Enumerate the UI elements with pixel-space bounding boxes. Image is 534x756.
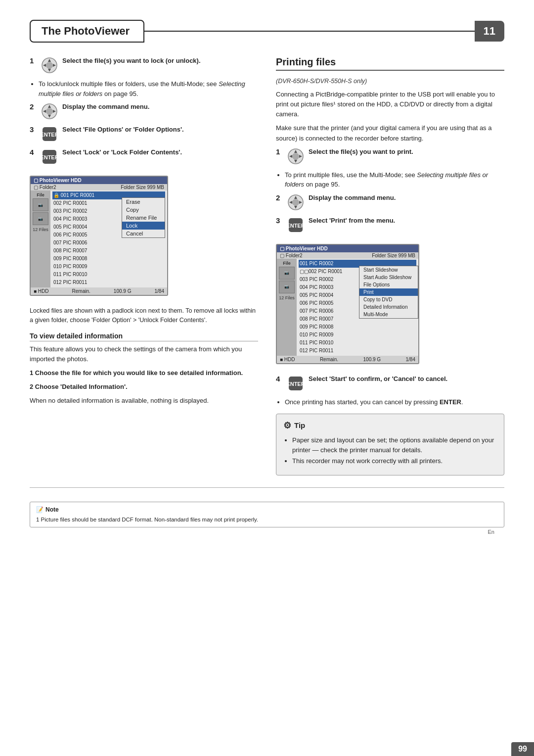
menu-copy: Copy <box>122 206 165 214</box>
to-view-step2-body: When no detailed information is availabl… <box>30 396 258 406</box>
chapter-header: The PhotoViewer 11 <box>30 20 504 43</box>
tip-bullets: Paper size and layout can be set; the op… <box>292 435 497 466</box>
right-step-1-number: 1 <box>276 147 283 156</box>
svg-point-17 <box>292 153 299 160</box>
right-step-4-bullets: Once printing has started, you can cance… <box>285 397 504 407</box>
screen1-filetype: File <box>37 192 44 197</box>
note-box: 📝 Note 1 Picture files should be standar… <box>30 502 504 527</box>
menu-cancel: Cancel <box>122 230 165 237</box>
screen1-file-010: 010 PIC R0009 <box>52 263 165 271</box>
screen2-body-wrapper: File 📷 📷 12 Files 001 PIC R0002 ▢▢002 PI… <box>277 259 418 363</box>
left-step-4: 4 ENTER Select 'Lock' or 'Lock Folder Co… <box>30 148 258 166</box>
screen2-thumb1: 📷 <box>279 267 295 280</box>
svg-point-7 <box>46 108 53 115</box>
screen2-thumb2: 📷 <box>279 281 295 293</box>
right-enter-icon-4: ENTER <box>287 375 305 392</box>
page-number: 99 <box>511 742 534 756</box>
note-box-text: 1 Picture files should be standard DCF f… <box>36 517 258 522</box>
menu2-fileopts: File Options <box>359 281 418 288</box>
left-step-3: 3 ENTER Select 'File Options' or 'Folder… <box>30 125 258 143</box>
screen2-bottom-bar: ■ HDD Remain. 100.9 G 1/84 <box>277 356 418 363</box>
svg-point-1 <box>46 62 53 69</box>
screen1-hdd: ■ HDD <box>34 288 48 294</box>
chapter-header-line <box>144 31 475 32</box>
screen1-body-wrapper: File 📷 📷 12 Files 🔒 001 PIC R0001 002 PI… <box>31 190 167 295</box>
to-view-step2: 2 Choose 'Detailed Information'. <box>30 382 258 392</box>
tip-box: ⚙ Tip Paper size and layout can be set; … <box>276 414 504 475</box>
right-step-4-bullet: Once printing has started, you can cance… <box>285 397 504 407</box>
screen1-file-008: 008 PIC R0007 <box>52 247 165 255</box>
locked-note: Locked files are shown with a padlock ic… <box>30 306 258 325</box>
screen1-folder-bar: ▢ Folder2 Folder Size 999 MB <box>31 184 167 190</box>
left-step-1: 1 Select the file(s) you want to lock (o… <box>30 56 258 74</box>
svg-text:ENTER: ENTER <box>41 154 58 160</box>
screen1-folder-size: Folder Size 999 MB <box>121 185 164 190</box>
tip-icon: ⚙ <box>283 419 291 432</box>
right-nav-icon-2 <box>287 193 305 211</box>
screen2-folder-size: Folder Size 999 MB <box>372 253 415 258</box>
right-nav-icon-1 <box>287 147 305 165</box>
screen1-12files: 12 Files <box>33 227 48 232</box>
screen2-top-bar: ▢ PhotoViewer HDD <box>277 245 418 252</box>
screen2-page-info: 1/84 <box>406 357 415 362</box>
right-step-4-text: Select 'Start' to confirm, or 'Cancel' t… <box>309 375 504 384</box>
screen1-folder-label: ▢ Folder2 <box>34 185 56 190</box>
page-container: The PhotoViewer 11 1 <box>0 0 534 756</box>
right-step-1-bullets: To print multiple files, use the Multi-M… <box>285 170 504 189</box>
screen1-remain-label: Remain. <box>72 288 90 294</box>
right-step-3: 3 ENTER Select 'Print' from the menu. <box>276 216 504 234</box>
left-column: 1 Select the file(s) you want to lock (o… <box>30 56 258 475</box>
nav-icon-1 <box>41 56 58 74</box>
menu2-print-highlighted: Print <box>359 288 418 296</box>
dvr-note: (DVR-650H-S/DVR-550H-S only) <box>276 78 504 85</box>
screen2-folder-label: ▢ Folder2 <box>280 253 303 258</box>
step-1-text: Select the file(s) you want to lock (or … <box>62 56 258 66</box>
menu2-audio: Start Audio Slideshow <box>359 274 418 281</box>
screen1-context-menu: Erase Copy Rename File Lock Cancel <box>122 197 165 238</box>
right-step-1-bullet: To print multiple files, use the Multi-M… <box>285 170 504 189</box>
chapter-title-text: The PhotoViewer <box>42 25 130 37</box>
step-4-text: Select 'Lock' or 'Lock Folder Contents'. <box>62 148 258 157</box>
screen2-context-menu: Start Slideshow Start Audio Slideshow Fi… <box>359 266 418 319</box>
note-box-title: 📝 Note <box>36 505 498 514</box>
right-step-3-number: 3 <box>276 216 283 225</box>
screen1-file-009: 009 PIC R0008 <box>52 255 165 263</box>
tip-bullet-2: This recorder may not work correctly wit… <box>292 456 497 466</box>
menu2-multimode: Multi-Mode <box>359 311 418 318</box>
svg-text:ENTER: ENTER <box>41 132 58 138</box>
screen2-file-009: 009 PIC R0008 <box>299 323 416 331</box>
menu-rename: Rename File <box>122 214 165 222</box>
enter-icon-4: ENTER <box>41 148 58 166</box>
menu2-detailed: Detailed Information <box>359 303 418 311</box>
menu2-slideshow: Start Slideshow <box>359 266 418 274</box>
menu2-copy-dvd: Copy to DVD <box>359 296 418 303</box>
screen2-12files: 12 Files <box>279 295 295 300</box>
step-1-bullet: To lock/unlock multiple files or folders… <box>39 79 258 98</box>
screen2-hdd: ■ HDD <box>280 357 295 362</box>
screen1-thumb2: 📷 <box>33 212 48 225</box>
two-col-layout: 1 Select the file(s) you want to lock (o… <box>30 56 504 475</box>
screen1-file-007: 007 PIC R0006 <box>52 239 165 247</box>
chapter-title: The PhotoViewer <box>30 20 144 43</box>
menu-lock-highlighted: Lock <box>122 222 165 230</box>
note-icon: 📝 <box>36 505 44 514</box>
step-1-bullets: To lock/unlock multiple files or folders… <box>39 79 258 98</box>
screen1-file-012: 012 PIC R0011 <box>52 279 165 286</box>
svg-text:ENTER: ENTER <box>287 223 304 229</box>
svg-text:ENTER: ENTER <box>287 381 304 387</box>
to-view-step1: 1 Choose the file for which you would li… <box>30 368 258 378</box>
screen1-bottom-bar: ■ HDD Remain. 100.9 G 1/84 <box>31 287 167 295</box>
screen1-file-011: 011 PIC R0010 <box>52 271 165 279</box>
nav-icon-2 <box>41 102 58 120</box>
to-view-heading: To view detailed information <box>30 332 258 341</box>
right-enter-icon-3: ENTER <box>287 216 305 234</box>
menu-erase: Erase <box>122 198 165 206</box>
screen2-filetype: File <box>283 261 291 266</box>
step-2-text: Display the command menu. <box>62 102 258 112</box>
screen2-body: File 📷 📷 12 Files 001 PIC R0002 ▢▢002 PI… <box>277 259 418 356</box>
screen1-top-bar: ▢ PhotoViewer HDD <box>31 177 167 184</box>
right-step-2-text: Display the command menu. <box>309 193 504 203</box>
right-step-2-number: 2 <box>276 193 283 202</box>
step-3-text: Select 'File Options' or 'Folder Options… <box>62 125 258 135</box>
screen2-folder-bar: ▢ Folder2 Folder Size 999 MB <box>277 252 418 259</box>
